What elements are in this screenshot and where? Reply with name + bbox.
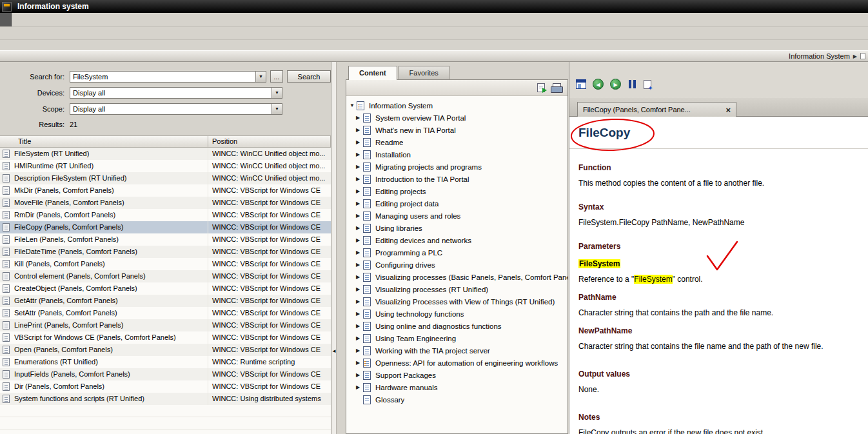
table-row[interactable]: SetAttr (Panels, Comfort Panels)WINCC: V… bbox=[0, 307, 331, 319]
highlight-topic-icon[interactable] bbox=[644, 80, 651, 89]
dropdown-arrow-icon[interactable]: ▼ bbox=[271, 104, 282, 114]
expand-arrow-icon[interactable]: ▶ bbox=[356, 384, 363, 390]
tree-item-label[interactable]: Editing project data bbox=[375, 200, 439, 208]
tree-item[interactable]: ▶Visualizing processes (RT Unified) bbox=[346, 283, 567, 295]
table-row[interactable]: VBScript for Windows CE (Panels, Comfort… bbox=[0, 331, 331, 344]
expand-arrow-icon[interactable]: ▶ bbox=[356, 237, 363, 243]
tree-item[interactable]: ▶Visualizing Processes with View of Thin… bbox=[346, 295, 567, 308]
table-row[interactable]: RmDir (Panels, Comfort Panels)WINCC: VBS… bbox=[0, 209, 331, 221]
devices-select[interactable]: Display all ▼ bbox=[70, 87, 282, 99]
tree-item-label[interactable]: Glossary bbox=[375, 396, 404, 404]
expand-arrow-icon[interactable]: ▶ bbox=[356, 139, 363, 145]
expand-arrow-icon[interactable]: ▶ bbox=[356, 262, 363, 268]
expand-arrow-icon[interactable]: ▶ bbox=[356, 176, 363, 182]
expand-arrow-icon[interactable]: ▶ bbox=[356, 127, 363, 133]
back-button[interactable]: ◀ bbox=[593, 79, 604, 90]
column-header-title[interactable]: Title bbox=[0, 136, 208, 148]
tree-item-label[interactable]: Migrating projects and programs bbox=[375, 163, 482, 171]
tree-item[interactable]: ▶Using technology functions bbox=[346, 308, 567, 320]
table-row[interactable]: CreateObject (Panels, Comfort Panels)WIN… bbox=[0, 282, 331, 295]
search-input-value[interactable]: FileSystem bbox=[70, 73, 255, 81]
table-row[interactable]: FileCopy (Panels, Comfort Panels)WINCC: … bbox=[0, 221, 331, 233]
expand-arrow-icon[interactable]: ▶ bbox=[356, 372, 363, 378]
expand-arrow-icon[interactable]: ▶ bbox=[356, 286, 363, 292]
forward-button[interactable]: ▶ bbox=[610, 79, 621, 90]
browse-button[interactable]: ... bbox=[270, 70, 283, 83]
expand-arrow-icon[interactable]: ▶ bbox=[356, 201, 363, 206]
table-row[interactable]: LinePrint (Panels, Comfort Panels)WINCC:… bbox=[0, 319, 331, 331]
collapse-arrow-icon[interactable]: ▼ bbox=[350, 103, 357, 108]
help-tab-title[interactable]: FileCopy (Panels, Comfort Pane... bbox=[583, 106, 719, 113]
tree-item-label[interactable]: Hardware manuals bbox=[375, 384, 438, 391]
breadcrumb[interactable]: Information System ▶ bbox=[0, 50, 868, 62]
tree-item[interactable]: ▶Managing users and roles bbox=[346, 210, 567, 222]
expand-arrow-icon[interactable]: ▶ bbox=[356, 225, 363, 231]
tree-item-label[interactable]: Using libraries bbox=[375, 224, 422, 232]
table-row[interactable]: GetAttr (Panels, Comfort Panels)WINCC: V… bbox=[0, 295, 331, 307]
collapse-arrow-icon[interactable]: ◄ bbox=[331, 348, 337, 354]
table-row[interactable]: Description FileSystem (RT Unified)WINCC… bbox=[0, 172, 331, 184]
table-row[interactable]: System functions and scripts (RT Unified… bbox=[0, 393, 331, 405]
table-row[interactable]: FileDateTime (Panels, Comfort Panels)WIN… bbox=[0, 246, 331, 258]
tree-root[interactable]: ▼ Information System bbox=[346, 99, 567, 112]
tree-item-label[interactable]: Support Packages bbox=[375, 371, 436, 379]
expand-arrow-icon[interactable]: ▶ bbox=[356, 213, 363, 219]
table-row[interactable]: Open (Panels, Comfort Panels)WINCC: VBSc… bbox=[0, 344, 331, 356]
tree-item[interactable]: ▶Editing projects bbox=[346, 185, 567, 197]
print-icon[interactable] bbox=[551, 83, 562, 92]
close-icon[interactable]: × bbox=[725, 106, 731, 114]
expand-arrow-icon[interactable]: ▶ bbox=[356, 348, 363, 353]
scope-select-value[interactable]: Display all bbox=[70, 105, 271, 113]
scope-select[interactable]: Display all ▼ bbox=[70, 103, 282, 115]
tree-item[interactable]: ▶Programming a PLC bbox=[346, 246, 567, 259]
search-button[interactable]: Search bbox=[287, 70, 331, 83]
tree-item[interactable]: ▶Installation bbox=[346, 148, 567, 161]
tab-favorites[interactable]: Favorites bbox=[399, 66, 449, 79]
tree-item[interactable]: ▶Editing devices and networks bbox=[346, 234, 567, 246]
table-row[interactable]: MkDir (Panels, Comfort Panels)WINCC: VBS… bbox=[0, 184, 331, 197]
table-row[interactable]: Control element (Panels, Comfort Panels)… bbox=[0, 270, 331, 282]
pause-icon[interactable] bbox=[627, 80, 637, 88]
tree-item[interactable]: ▶Introduction to the TIA Portal bbox=[346, 173, 567, 185]
tree-item-label[interactable]: Programming a PLC bbox=[375, 249, 442, 257]
table-row[interactable]: Enumerations (RT Unified)WINCC: Runtime … bbox=[0, 356, 331, 368]
expand-arrow-icon[interactable]: ▶ bbox=[356, 335, 363, 341]
tree-item-label[interactable]: Editing devices and networks bbox=[375, 237, 471, 244]
tree-item-label[interactable]: Readme bbox=[375, 139, 403, 146]
expand-arrow-icon[interactable]: ▶ bbox=[356, 164, 363, 170]
tree-item-label[interactable]: Working with the TIA project server bbox=[375, 347, 490, 355]
tree-item[interactable]: ▶Readme bbox=[346, 136, 567, 148]
expand-arrow-icon[interactable]: ▶ bbox=[356, 274, 363, 280]
tree-item[interactable]: ▶Openness: API for automation of enginee… bbox=[346, 357, 567, 369]
tree-item-label[interactable]: Using Team Engineering bbox=[375, 335, 456, 342]
tree-item-label[interactable]: Editing projects bbox=[375, 188, 426, 195]
tree-item-label[interactable]: What's new in TIA Portal bbox=[375, 126, 456, 134]
expand-arrow-icon[interactable]: ▶ bbox=[356, 323, 363, 329]
tree-item-label[interactable]: Visualizing processes (RT Unified) bbox=[375, 286, 488, 293]
tree-item-label[interactable]: Visualizing processes (Basic Panels, Pan… bbox=[375, 273, 567, 281]
devices-select-value[interactable]: Display all bbox=[70, 89, 271, 97]
tree-item[interactable]: ▶Migrating projects and programs bbox=[346, 161, 567, 173]
tree-item[interactable]: ▶Configuring drives bbox=[346, 259, 567, 271]
search-input[interactable]: FileSystem ▼ bbox=[70, 71, 266, 83]
tree-item[interactable]: ▶Editing project data bbox=[346, 197, 567, 210]
tree-item[interactable]: ▶Hardware manuals bbox=[346, 381, 567, 393]
tree-item-label[interactable]: Configuring drives bbox=[375, 261, 435, 269]
tab-content[interactable]: Content bbox=[348, 66, 397, 80]
tree-item[interactable]: ▶Using online and diagnostics functions bbox=[346, 320, 567, 332]
tree-root-label[interactable]: Information System bbox=[369, 102, 433, 110]
tree-item-label[interactable]: Using online and diagnostics functions bbox=[375, 322, 502, 330]
tree-item-label[interactable]: System overview TIA Portal bbox=[375, 114, 466, 122]
table-row[interactable]: Kill (Panels, Comfort Panels)WINCC: VBSc… bbox=[0, 258, 331, 270]
table-row[interactable]: FileLen (Panels, Comfort Panels)WINCC: V… bbox=[0, 233, 331, 246]
locate-topic-icon[interactable] bbox=[537, 83, 545, 92]
table-row[interactable]: InputFields (Panels, Comfort Panels)WINC… bbox=[0, 368, 331, 380]
tree-item[interactable]: ▶Visualizing processes (Basic Panels, Pa… bbox=[346, 271, 567, 283]
breadcrumb-label[interactable]: Information System bbox=[789, 52, 850, 60]
tree-item-label[interactable]: Introduction to the TIA Portal bbox=[375, 175, 469, 183]
tree-item[interactable]: ▶Working with the TIA project server bbox=[346, 344, 567, 357]
table-row[interactable]: HMIRuntime (RT Unified)WINCC: WinCC Unif… bbox=[0, 160, 331, 172]
tree-item[interactable]: Glossary bbox=[346, 393, 567, 406]
table-row[interactable]: Dir (Panels, Comfort Panels)WINCC: VBScr… bbox=[0, 380, 331, 393]
tree-item[interactable]: ▶System overview TIA Portal bbox=[346, 112, 567, 124]
